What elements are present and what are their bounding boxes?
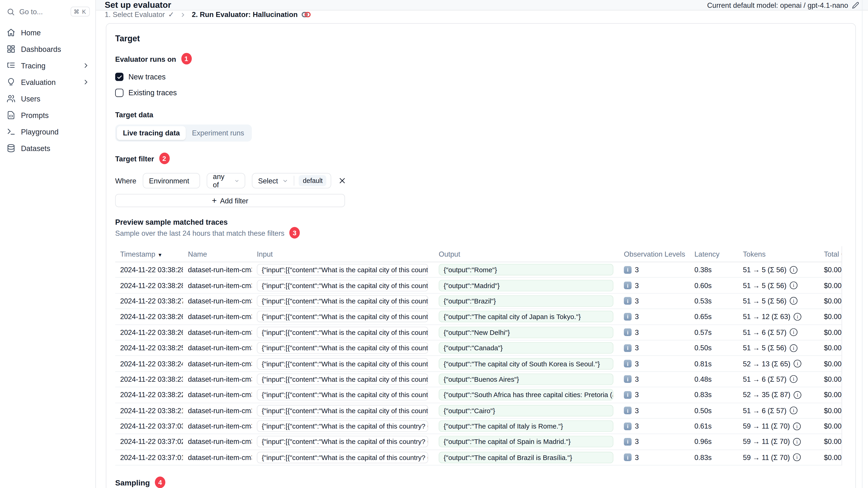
table-scrollbar[interactable] (842, 246, 847, 465)
total-cost-cell: $0.000011 ( (819, 375, 841, 383)
table-body: 2024-11-22 03:38:28dataset-run-item-cm3s… (115, 262, 842, 465)
new-traces-checkbox-row[interactable]: New traces (115, 71, 847, 83)
tab-experiment-runs[interactable]: Experiment runs (186, 126, 250, 140)
column-header-input[interactable]: Input (252, 250, 434, 258)
input-cell: {"input":[{"content":"What is the capita… (252, 373, 434, 385)
column-header-latency[interactable]: Latency (689, 250, 738, 258)
table-row[interactable]: 2024-11-22 03:38:27dataset-run-item-cm3s… (115, 294, 842, 309)
observation-levels-cell: 3 (619, 266, 689, 274)
sidebar-item-prompts[interactable]: Prompts (0, 107, 95, 124)
info-square-icon (624, 407, 632, 415)
existing-traces-label: Existing traces (128, 89, 177, 97)
table-row[interactable]: 2024-11-22 03:37:01dataset-run-item-cm3s… (115, 450, 842, 465)
latency-cell: 0.48s (689, 375, 738, 383)
info-circle-icon (794, 360, 801, 367)
filter-operator-select[interactable]: any of (207, 173, 246, 189)
info-circle-icon (793, 454, 801, 461)
sidebar-item-home[interactable]: Home (0, 24, 95, 41)
info-circle-icon (790, 344, 798, 352)
timestamp-cell: 2024-11-22 03:38:26 (115, 313, 183, 321)
column-header-observation-levels[interactable]: Observation Levels (619, 250, 689, 258)
input-cell: {"input":[{"content":"What is the capita… (252, 280, 434, 291)
existing-traces-checkbox[interactable] (115, 89, 124, 97)
new-traces-checkbox[interactable] (115, 73, 124, 81)
timestamp-cell: 2024-11-22 03:38:25 (115, 344, 183, 352)
target-data-label: Target data (115, 111, 153, 119)
prompts-icon (7, 111, 16, 119)
existing-traces-checkbox-row[interactable]: Existing traces (115, 87, 847, 98)
table-row[interactable]: 2024-11-22 03:38:28dataset-run-item-cm3s… (115, 262, 842, 278)
name-cell: dataset-run-item-cm3s4 (183, 375, 252, 383)
sidebar-item-evaluation[interactable]: Evaluation (0, 74, 95, 91)
filter-value-select[interactable]: Select default (252, 173, 332, 189)
sidebar-item-dashboards[interactable]: Dashboards (0, 41, 95, 57)
name-cell: dataset-run-item-cm3s4 (183, 313, 252, 321)
table-row[interactable]: 2024-11-22 03:38:24dataset-run-item-cm3s… (115, 356, 842, 371)
sidebar-item-label: Home (21, 29, 90, 37)
observation-levels-cell: 3 (619, 375, 689, 383)
page-scrollbar[interactable] (862, 0, 863, 488)
edit-model-button[interactable] (852, 1, 859, 8)
remove-filter-button[interactable] (338, 176, 347, 185)
observation-levels-cell: 3 (619, 391, 689, 399)
sidebar-item-label: Dashboards (21, 45, 90, 53)
evaluator-runs-on-label: Evaluator runs on (115, 55, 176, 63)
sidebar-item-tracing[interactable]: Tracing (0, 57, 95, 74)
tokens-cell: 51 → 5 (Σ 56) (738, 281, 819, 289)
table-row[interactable]: 2024-11-22 03:38:23dataset-run-item-cm3s… (115, 371, 842, 387)
sidebar-item-datasets[interactable]: Datasets (0, 140, 95, 157)
column-header-total-cost[interactable]: Total Cost (819, 250, 841, 258)
table-row[interactable]: 2024-11-22 03:38:22dataset-run-item-cm3s… (115, 387, 842, 403)
add-filter-button[interactable]: + Add filter (115, 194, 345, 207)
evaluation-icon (7, 77, 16, 86)
page-title: Set up evaluator (105, 0, 171, 10)
filter-field-value: Environment (149, 176, 189, 185)
sidebar-item-label: Tracing (21, 62, 76, 70)
info-circle-icon (794, 313, 801, 321)
observation-levels-cell: 3 (619, 344, 689, 352)
info-circle-icon (790, 266, 798, 273)
column-header-output[interactable]: Output (434, 250, 619, 258)
table-row[interactable]: 2024-11-22 03:38:25dataset-run-item-cm3s… (115, 340, 842, 356)
goto-button[interactable]: Go to... ⌘ K (7, 7, 90, 17)
breadcrumb-step-1[interactable]: 1. Select Evaluator ✓ (105, 10, 174, 19)
table-row[interactable]: 2024-11-22 03:38:21dataset-run-item-cm3s… (115, 403, 842, 419)
info-circle-icon (790, 407, 798, 415)
info-square-icon (624, 344, 632, 352)
timestamp-cell: 2024-11-22 03:38:28 (115, 266, 183, 274)
breadcrumb: 1. Select Evaluator ✓ 2. Run Evaluator: … (96, 10, 868, 19)
app-window: Go to... ⌘ K HomeDashboardsTracingEvalua… (0, 0, 868, 488)
main-area: Set up evaluator Current default model: … (96, 0, 868, 488)
table-row[interactable]: 2024-11-22 03:38:28dataset-run-item-cm3s… (115, 278, 842, 294)
info-circle-icon (790, 282, 798, 289)
input-cell: {"input":[{"content":"What is the capita… (252, 295, 434, 307)
timestamp-cell: 2024-11-22 03:38:26 (115, 328, 183, 336)
tokens-cell: 51 → 6 (Σ 57) (738, 328, 819, 336)
total-cost-cell: $0.000016 (819, 359, 841, 368)
top-bar: Set up evaluator Current default model: … (96, 0, 868, 10)
tab-live-tracing-data[interactable]: Live tracing data (117, 126, 186, 140)
observation-levels-cell: 3 (619, 281, 689, 289)
sidebar-item-playground[interactable]: Playground (0, 124, 95, 140)
table-row[interactable]: 2024-11-22 03:37:02dataset-run-item-cm3s… (115, 434, 842, 450)
sidebar: Go to... ⌘ K HomeDashboardsTracingEvalua… (0, 0, 96, 488)
latency-cell: 0.83s (689, 391, 738, 399)
step-badge-1: 1 (181, 53, 191, 64)
sidebar-item-users[interactable]: Users (0, 91, 95, 107)
filter-field-select[interactable]: Environment (143, 173, 200, 189)
column-header-tokens[interactable]: Tokens (738, 250, 819, 258)
table-row[interactable]: 2024-11-22 03:38:26dataset-run-item-cm3s… (115, 309, 842, 325)
output-cell: {"output":"Rome"} (434, 264, 619, 275)
add-filter-label: Add filter (220, 196, 248, 205)
table-row[interactable]: 2024-11-22 03:38:26dataset-run-item-cm3s… (115, 325, 842, 340)
column-header-name[interactable]: Name (183, 250, 252, 258)
column-header-timestamp[interactable]: Timestamp▼ (115, 250, 183, 258)
dashboards-icon (7, 44, 16, 53)
output-cell: {"output":"Cairo"} (434, 405, 619, 416)
total-cost-cell: $0.00046 ( (819, 438, 841, 446)
info-square-icon (624, 313, 632, 321)
info-square-icon (624, 438, 632, 446)
input-cell: {"input":[{"content":"What is the capita… (252, 358, 434, 369)
table-row[interactable]: 2024-11-22 03:37:03dataset-run-item-cm3s… (115, 419, 842, 434)
home-icon (7, 28, 16, 37)
